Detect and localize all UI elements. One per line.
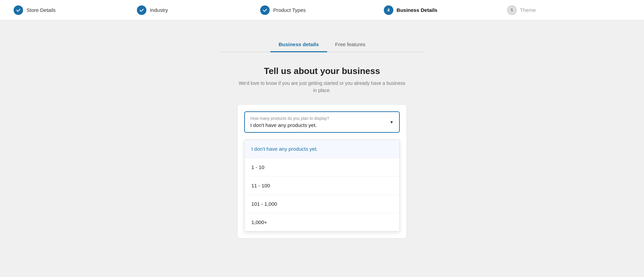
check-icon-product-types: [262, 7, 268, 13]
industry-step-icon: [137, 5, 146, 15]
product-types-step-icon: [260, 5, 270, 15]
nav-step-business-details[interactable]: 4 Business Details: [384, 5, 507, 15]
nav-step-industry[interactable]: Industry: [137, 5, 260, 15]
dropdown-label: How many products do you plan to display…: [250, 116, 394, 121]
theme-step-icon: 5: [507, 5, 517, 15]
nav-step-store-details[interactable]: Store Details: [14, 5, 137, 15]
theme-step-number: 5: [511, 7, 513, 13]
main-content: Business details Free features Tell us a…: [0, 20, 644, 239]
dropdown-option-none[interactable]: I don't have any products yet.: [245, 140, 399, 158]
industry-label: Industry: [150, 7, 168, 13]
products-count-dropdown[interactable]: How many products do you plan to display…: [244, 111, 400, 133]
check-icon: [16, 7, 21, 13]
dropdown-option-1000plus[interactable]: 1,000+: [245, 213, 399, 231]
dropdown-arrow-icon: ▼: [390, 120, 394, 125]
page-subtitle: We'd love to know if you are just gettin…: [237, 80, 407, 94]
store-details-label: Store Details: [26, 7, 56, 13]
dropdown-option-11-100[interactable]: 11 - 100: [245, 177, 399, 195]
tab-free-features[interactable]: Free features: [327, 37, 374, 52]
store-details-step-icon: [14, 5, 23, 15]
theme-label: Theme: [520, 7, 536, 13]
business-details-step-number: 4: [387, 7, 390, 13]
business-details-label: Business Details: [397, 7, 437, 13]
nav-step-theme[interactable]: 5 Theme: [507, 5, 630, 15]
dropdown-selected-value: I don't have any products yet.: [250, 122, 394, 128]
business-details-card: How many products do you plan to display…: [237, 104, 407, 239]
page-title: Tell us about your business: [264, 66, 380, 76]
nav-step-product-types[interactable]: Product Types: [260, 5, 383, 15]
tab-bar: Business details Free features: [220, 37, 424, 52]
check-icon-industry: [139, 7, 144, 13]
dropdown-options-list: I don't have any products yet. 1 - 10 11…: [244, 140, 400, 232]
top-navigation: Store Details Industry Product Types 4 B…: [0, 0, 644, 20]
business-details-step-icon: 4: [384, 5, 393, 15]
product-types-label: Product Types: [273, 7, 306, 13]
tab-business-details[interactable]: Business details: [270, 37, 327, 52]
dropdown-option-101-1000[interactable]: 101 - 1,000: [245, 195, 399, 213]
dropdown-option-1-10[interactable]: 1 - 10: [245, 158, 399, 177]
